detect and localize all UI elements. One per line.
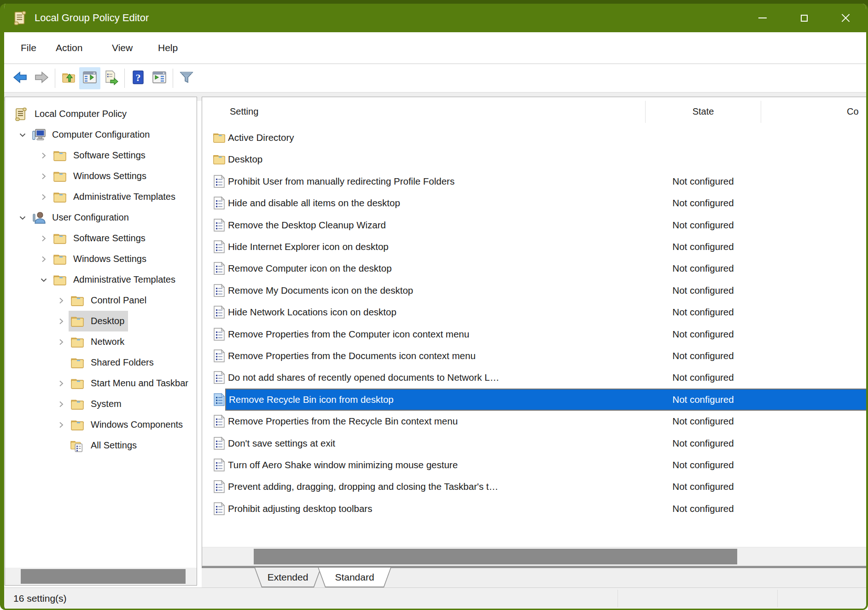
- help-button[interactable]: ?: [128, 67, 149, 89]
- chevron-right-icon[interactable]: [36, 166, 51, 186]
- tree-item-administrative-templates[interactable]: Administrative Templates: [36, 186, 179, 207]
- setting-row-remove-recycle-bin-icon-from-desktop[interactable]: Remove Recycle Bin icon from desktopNot …: [202, 389, 868, 411]
- chevron-right-icon[interactable]: [54, 394, 69, 414]
- tree-item-system[interactable]: System: [54, 394, 125, 414]
- tree-item-body[interactable]: All Settings: [69, 435, 140, 456]
- setting-row-hide-network-locations-icon-on-desktop[interactable]: Hide Network Locations icon on desktopNo…: [202, 301, 868, 323]
- tree-horizontal-scrollbar[interactable]: [5, 568, 197, 585]
- tree-item-label: Windows Settings: [72, 252, 150, 267]
- chevron-right-icon[interactable]: [54, 414, 69, 435]
- folder-icon: [69, 414, 86, 435]
- title-bar[interactable]: Local Group Policy Editor: [4, 4, 866, 32]
- setting-row-remove-my-documents-icon-on-the-desktop[interactable]: Remove My Documents icon on the desktopN…: [202, 279, 868, 302]
- setting-row-active-directory[interactable]: Active Directory: [202, 127, 868, 149]
- tree-item-body[interactable]: Administrative Templates: [51, 186, 179, 207]
- menu-help[interactable]: Help: [157, 40, 179, 56]
- tree-item-body[interactable]: Start Menu and Taskbar: [69, 373, 192, 394]
- column-header-setting[interactable]: Setting: [230, 97, 368, 126]
- tree-item-body[interactable]: Network: [69, 331, 128, 352]
- close-button[interactable]: [825, 4, 866, 32]
- tree-item-desktop[interactable]: Desktop: [54, 311, 128, 331]
- back-button[interactable]: [10, 67, 31, 89]
- setting-row-turn-off-aero-shake-window-minimizing-mo[interactable]: Turn off Aero Shake window minimizing mo…: [202, 454, 868, 476]
- forward-button[interactable]: [31, 67, 52, 89]
- tree-item-all-settings[interactable]: All Settings: [54, 435, 140, 456]
- setting-row-don-t-save-settings-at-exit[interactable]: Don't save settings at exitNot configure…: [202, 432, 868, 454]
- setting-row-remove-the-desktop-cleanup-wizard[interactable]: Remove the Desktop Cleanup WizardNot con…: [202, 214, 868, 236]
- setting-row-remove-properties-from-the-documents-ico[interactable]: Remove Properties from the Documents ico…: [202, 345, 868, 367]
- tab-extended[interactable]: Extended: [254, 567, 321, 587]
- tree-item-software-settings[interactable]: Software Settings: [36, 145, 149, 166]
- setting-row-remove-computer-icon-on-the-desktop[interactable]: Remove Computer icon on the desktopNot c…: [202, 257, 868, 279]
- chevron-right-icon[interactable]: [54, 331, 69, 352]
- tree-item-body[interactable]: Local Computer Policy: [12, 104, 130, 124]
- chevron-right-icon[interactable]: [54, 290, 69, 311]
- chevron-down-icon[interactable]: [36, 269, 51, 290]
- setting-row-remove-properties-from-the-recycle-bin-c[interactable]: Remove Properties from the Recycle Bin c…: [202, 410, 868, 432]
- tree-item-body[interactable]: Windows Components: [69, 414, 186, 435]
- chevron-down-icon[interactable]: [15, 124, 30, 145]
- filter-button[interactable]: [176, 67, 197, 89]
- export-list-button[interactable]: [100, 67, 122, 89]
- setting-row-hide-and-disable-all-items-on-the-deskto[interactable]: Hide and disable all items on the deskto…: [202, 192, 868, 214]
- tree-item-shared-folders[interactable]: Shared Folders: [54, 352, 157, 373]
- tree-item-computer-configuration[interactable]: Computer Configuration: [15, 124, 153, 145]
- chevron-right-icon[interactable]: [36, 145, 51, 166]
- column-divider[interactable]: [761, 101, 761, 123]
- tree-item-label: System: [90, 397, 125, 412]
- list-horizontal-scrollbar[interactable]: [202, 547, 868, 566]
- tree-item-body[interactable]: System: [69, 394, 125, 414]
- up-one-level-button[interactable]: [58, 67, 79, 89]
- tree-item-body[interactable]: Desktop: [69, 311, 128, 331]
- column-header-state[interactable]: State: [645, 97, 761, 126]
- tab-label: Standard: [319, 568, 390, 587]
- tree-item-windows-settings[interactable]: Windows Settings: [36, 249, 150, 269]
- tree-item-body[interactable]: Software Settings: [51, 145, 149, 166]
- tree-item-body[interactable]: Windows Settings: [51, 249, 150, 269]
- tree-item-body[interactable]: Software Settings: [51, 228, 149, 249]
- tree-item-body[interactable]: User Configuration: [30, 207, 133, 228]
- tree-item-body[interactable]: Control Panel: [69, 290, 150, 311]
- list-scrollbar-thumb[interactable]: [254, 549, 737, 564]
- chevron-right-icon[interactable]: [36, 228, 51, 249]
- setting-row-hide-internet-explorer-icon-on-desktop[interactable]: Hide Internet Explorer icon on desktopNo…: [202, 236, 868, 258]
- tree-item-windows-settings[interactable]: Windows Settings: [36, 166, 150, 186]
- tree-item-body[interactable]: Shared Folders: [69, 352, 157, 373]
- menu-file[interactable]: File: [20, 40, 37, 56]
- chevron-right-icon[interactable]: [36, 249, 51, 269]
- tree-scrollbar-thumb[interactable]: [21, 569, 186, 584]
- setting-row-do-not-add-shares-of-recently-opened-doc[interactable]: Do not add shares of recently opened doc…: [202, 366, 868, 389]
- tree-item-body[interactable]: Administrative Templates: [51, 269, 179, 290]
- maximize-button[interactable]: [783, 4, 825, 32]
- tree-item-software-settings[interactable]: Software Settings: [36, 228, 149, 249]
- tree-item-windows-components[interactable]: Windows Components: [54, 414, 186, 435]
- minimize-button[interactable]: [742, 4, 783, 32]
- folder-icon: [51, 166, 69, 186]
- tree-item-network[interactable]: Network: [54, 331, 128, 352]
- tree-item-administrative-templates[interactable]: Administrative Templates: [36, 269, 179, 290]
- tree-item-body[interactable]: Windows Settings: [51, 166, 150, 186]
- menu-view[interactable]: View: [111, 40, 134, 56]
- column-header-comment[interactable]: Co: [847, 97, 868, 126]
- tree-item-body[interactable]: Computer Configuration: [30, 124, 153, 145]
- tree-item-user-configuration[interactable]: User Configuration: [15, 207, 133, 228]
- chevron-right-icon[interactable]: [36, 186, 51, 207]
- tree-item-local-computer-policy[interactable]: Local Computer Policy: [12, 104, 130, 124]
- setting-row-prohibit-user-from-manually-redirecting-[interactable]: Prohibit User from manually redirecting …: [202, 170, 868, 192]
- menu-action[interactable]: Action: [55, 40, 83, 56]
- tab-standard[interactable]: Standard: [318, 567, 391, 587]
- show-action-pane-button[interactable]: [149, 67, 170, 89]
- tree-item-control-panel[interactable]: Control Panel: [54, 290, 150, 311]
- show-console-tree-button[interactable]: [79, 67, 100, 89]
- show-console-tree-icon: [82, 70, 98, 87]
- chevron-right-icon[interactable]: [54, 311, 69, 331]
- setting-row-prevent-adding-dragging-dropping-and-clo[interactable]: Prevent adding, dragging, dropping and c…: [202, 476, 868, 498]
- tree-item-start-menu-and-taskbar[interactable]: Start Menu and Taskbar: [54, 373, 192, 394]
- window-title: Local Group Policy Editor: [35, 12, 149, 24]
- chevron-right-icon[interactable]: [54, 373, 69, 394]
- setting-row-desktop[interactable]: Desktop: [202, 148, 868, 170]
- column-divider[interactable]: [645, 101, 646, 123]
- setting-row-prohibit-adjusting-desktop-toolbars[interactable]: Prohibit adjusting desktop toolbarsNot c…: [202, 498, 868, 520]
- setting-row-remove-properties-from-the-computer-icon[interactable]: Remove Properties from the Computer icon…: [202, 323, 868, 345]
- chevron-down-icon[interactable]: [15, 207, 30, 228]
